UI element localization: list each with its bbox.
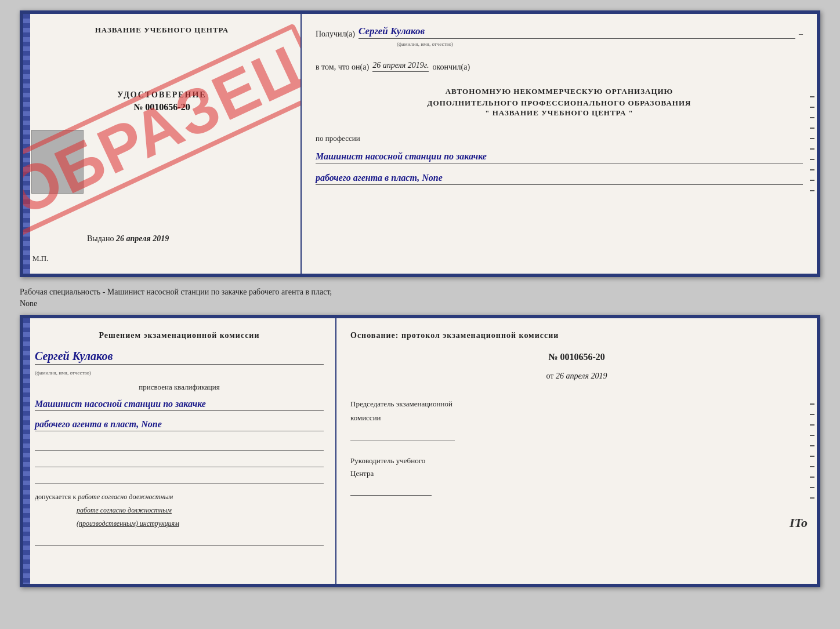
dash1: – (799, 30, 803, 39)
top-document: НАЗВАНИЕ УЧЕБНОГО ЦЕНТРА ОБРАЗЕЦ УДОСТОВ… (20, 10, 820, 277)
side-dashes-top (809, 20, 816, 268)
dopuskaetsya-line3: (производственным) инструкциям (77, 519, 324, 528)
right-panel-top: Получил(а) Сергей Кулаков – (фамилия, им… (302, 14, 817, 274)
sep-text1: Рабочая специальность - Машинист насосно… (20, 288, 332, 296)
poluchil-name: Сергей Кулаков (359, 26, 795, 39)
rukovoditel-label1: Руководитель учебного (350, 456, 803, 466)
vtom-prefix: в том, что он(а) (316, 63, 369, 72)
empty-lines-block (35, 441, 324, 483)
vtom-line: в том, что он(а) 26 апреля 2019г. окончи… (316, 61, 803, 72)
vtom-date: 26 апреля 2019г. (372, 61, 429, 72)
side-dashes-bottom (809, 324, 816, 578)
udostoverenie-label: УДОСТОВЕРЕНИЕ (117, 90, 206, 100)
rukovoditel-label2: Центра (350, 469, 803, 478)
left-panel-top: НАЗВАНИЕ УЧЕБНОГО ЦЕНТРА ОБРАЗЕЦ УДОСТОВ… (23, 14, 302, 274)
predsedatel-sig-line (350, 427, 455, 441)
poluchil-line: Получил(а) Сергей Кулаков – (316, 26, 803, 39)
osnovanie-title: Основание: протокол экзаменационной коми… (350, 331, 803, 340)
sep-text2: None (20, 299, 37, 308)
qualification-line1: Машинист насосной станции по закачке (35, 399, 324, 411)
resheniem-line: Решением экзаменационной комиссии (35, 331, 324, 340)
vydano-date: 26 апреля 2019 (116, 234, 169, 243)
dopuskaetsya-line2: работе согласно должностным (77, 506, 324, 515)
empty-line-1 (35, 441, 324, 451)
empty-line-2 (35, 457, 324, 467)
rukovoditel-block: Руководитель учебного Центра (350, 456, 803, 496)
ito-marker: ITo (790, 515, 808, 530)
separator-text: Рабочая специальность - Машинист насосно… (20, 283, 820, 309)
bottom-right-panel: Основание: протокол экзаменационной коми… (336, 318, 817, 584)
okonchil-label: окончил(а) (432, 63, 470, 72)
org-name: " НАЗВАНИЕ УЧЕБНОГО ЦЕНТРА " (316, 108, 803, 118)
predsedatel-label2: комиссии (350, 413, 803, 423)
vydano-prefix: Выдано (87, 234, 114, 243)
profession-line1-top: Машинист насосной станции по закачке (316, 151, 803, 163)
poluchil-prefix: Получил(а) (316, 30, 355, 39)
org-block: АВТОНОМНУЮ НЕКОММЕРЧЕСКУЮ ОРГАНИЗАЦИЮ ДО… (316, 86, 803, 118)
rukovoditel-sig-line (350, 482, 432, 496)
predsedatel-block: Председатель экзаменационной комиссии (350, 399, 803, 441)
udostoverenie-num: № 0010656-20 (117, 102, 206, 112)
qualification-line2: рабочего агента в пласт, None (35, 419, 324, 431)
protocol-date: от 26 апреля 2019 (350, 372, 803, 381)
dopuskaetsya-prefix: допускается к (35, 493, 76, 501)
protocol-date-val: 26 апреля 2019 (556, 372, 607, 380)
org-line1: АВТОНОМНУЮ НЕКОММЕРЧЕСКУЮ ОРГАНИЗАЦИЮ (316, 86, 803, 97)
person-name-bottom: Сергей Кулаков (35, 350, 324, 365)
protocol-num: № 0010656-20 (350, 352, 803, 362)
empty-line-bottom (35, 535, 324, 546)
photo-placeholder (31, 130, 84, 194)
fio-hint-bottom: (фамилия, имя, отчество) (35, 370, 324, 376)
org-line2: ДОПОЛНИТЕЛЬНОГО ПРОФЕССИОНАЛЬНОГО ОБРАЗО… (316, 97, 803, 109)
udostoverenie-block: УДОСТОВЕРЕНИЕ № 0010656-20 (117, 90, 206, 112)
dopuskaetsya-text: работе согласно должностным (78, 493, 173, 501)
predsedatel-label1: Председатель экзаменационной (350, 399, 803, 409)
po-professii-label: по профессии (316, 134, 803, 143)
prisvoena-line: присвоена квалификация (35, 383, 324, 392)
empty-line-3 (35, 473, 324, 483)
bottom-left-panel: Решением экзаменационной комиссии Сергей… (23, 318, 336, 584)
bottom-document: Решением экзаменационной комиссии Сергей… (20, 315, 820, 587)
fio-hint-top: (фамилия, имя, отчество) (397, 41, 803, 47)
vydano-line: Выдано 26 апреля 2019 (87, 234, 169, 243)
mp-label: М.П. (32, 254, 48, 263)
center-title-top: НАЗВАНИЕ УЧЕБНОГО ЦЕНТРА (95, 26, 229, 35)
ot-prefix: от (546, 372, 554, 380)
profession-line2-top: рабочего агента в пласт, None (316, 173, 803, 185)
dopuskaetsya-line: допускается к работе согласно должностны… (35, 493, 324, 501)
